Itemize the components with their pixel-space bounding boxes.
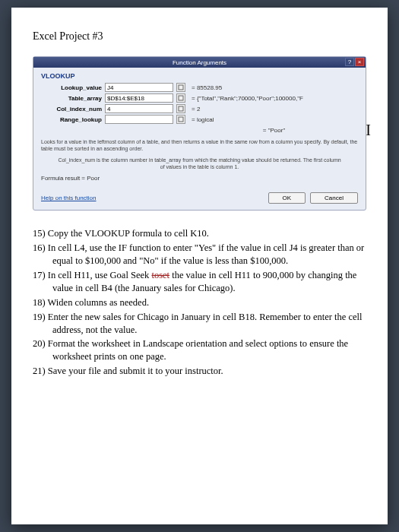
help-button[interactable]: ? [345,58,354,66]
arg-row-range-lookup: Range_lookup = logical [41,115,358,124]
svg-rect-2 [179,106,183,111]
arg-row-table-array: Table_array = {"Total","Rank";70000,"Poo… [41,93,358,103]
instruction-19: 19) Enter the new sales for Chicago in J… [33,311,366,337]
formula-result-label: Formula result = [41,175,85,182]
table-array-input[interactable] [105,93,173,103]
range-selector-icon[interactable] [176,83,185,92]
function-name-label: VLOOKUP [41,72,358,80]
eval-result-row: = "Poor" [41,127,358,134]
close-button[interactable]: × [355,58,364,66]
formula-result-value: Poor [87,175,100,182]
range-selector-icon[interactable] [176,115,185,124]
dialog-title: Function Arguments [173,59,226,66]
range-lookup-input[interactable] [105,115,173,124]
arg-result: = 85528.95 [192,84,222,91]
page-title: Excel Project #3 [33,30,366,43]
cancel-button[interactable]: Cancel [310,192,358,204]
instruction-17-strike: toset [151,270,169,280]
arg-label: Lookup_value [41,84,102,91]
svg-rect-3 [179,117,183,122]
arg-label: Range_lookup [41,116,102,123]
arg-result: = {"Total","Rank";70000,"Poor";100000,"F [192,95,303,102]
text-cursor-icon: I [366,122,371,139]
help-link[interactable]: Help on this function [41,195,97,201]
eval-result: = "Poor" [263,127,285,134]
dialog-wrapper: Function Arguments ? × VLOOKUP Lookup_va… [33,56,366,211]
svg-rect-1 [179,96,183,100]
instruction-16: 16) In cell L4, use the IF function to e… [33,242,366,268]
arg-label: Col_index_num [41,106,102,112]
instruction-15: 15) Copy the VLOOKUP formula to cell K10… [33,227,366,240]
arg-result: = 2 [192,106,200,112]
arg-label: Table_array [41,95,102,102]
lookup-value-input[interactable] [105,83,173,92]
formula-result-row: Formula result = Poor [41,175,358,182]
arg-row-lookup-value: Lookup_value = 85528.95 [41,83,358,92]
arg-row-col-index: Col_index_num = 2 [41,104,358,113]
dialog-titlebar[interactable]: Function Arguments ? × [33,57,366,68]
function-description: Looks for a value in the leftmost column… [41,138,358,152]
document-page: Excel Project #3 Function Arguments ? × … [11,8,388,524]
instruction-17a: 17) In cell H11, use Goal Seek [33,270,151,280]
range-selector-icon[interactable] [176,93,185,103]
range-selector-icon[interactable] [176,104,185,113]
arg-result: = logical [192,116,214,123]
ok-button[interactable]: OK [268,192,306,204]
instruction-21: 21) Save your file and submit it to your… [33,365,366,378]
instruction-18: 18) Widen columns as needed. [33,296,366,309]
argument-description: Col_index_num is the column number in ta… [41,157,358,170]
instruction-20: 20) Format the worksheet in Landscape or… [33,337,366,363]
instruction-17: 17) In cell H11, use Goal Seek toset the… [33,269,366,295]
col-index-input[interactable] [105,104,173,113]
instructions-block: 15) Copy the VLOOKUP formula to cell K10… [33,227,366,378]
function-arguments-dialog: Function Arguments ? × VLOOKUP Lookup_va… [33,56,366,211]
svg-rect-0 [179,85,183,90]
